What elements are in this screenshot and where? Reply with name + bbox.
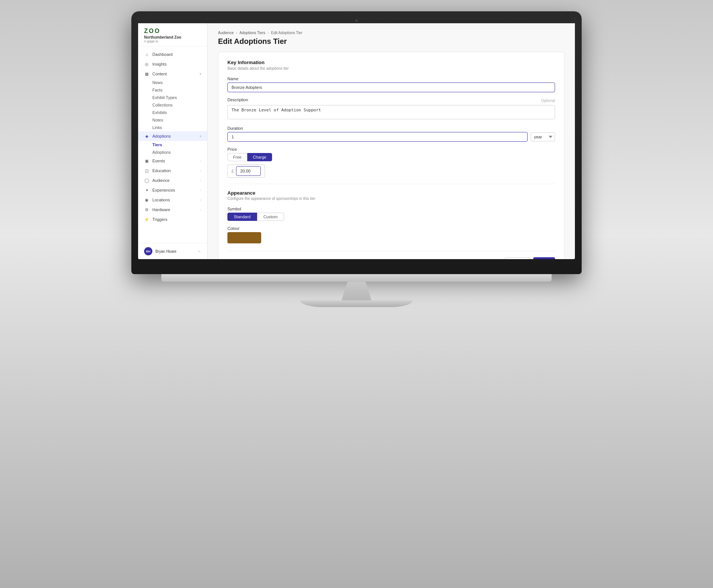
sidebar-subitem-tiers[interactable]: Tiers [138,141,207,148]
audience-icon: ◯ [144,178,149,183]
currency-symbol: £ [232,169,234,173]
logo-zoo: ZOO [144,28,201,34]
monitor-neck [341,282,372,300]
form-card: Key Information Basic details about the … [218,52,564,259]
education-icon: ◫ [144,168,149,173]
sidebar-item-locations[interactable]: ◉ Locations › [138,195,207,205]
price-label: Price [227,147,555,152]
camera-dot [355,20,358,22]
breadcrumb-adoptions-tiers[interactable]: Adoptions Tiers [239,31,265,35]
description-field-group: Description Optional The Bronze Level of… [227,98,555,121]
monitor-base [300,300,413,307]
breadcrumb-sep-1: › [236,31,237,35]
sidebar: ZOO Northumberland Zoo n-gage.io ⌂ Dashb… [138,23,208,259]
symbol-toggle: Standard Custom [227,213,555,221]
price-field-group: Price Free Charge £ [227,147,555,178]
chevron-down-icon: ▾ [200,72,201,76]
save-button[interactable]: Save [533,257,555,259]
chevron-down-icon: › [200,169,201,172]
breadcrumb: Audience › Adoptions Tiers › Edit Adopti… [218,31,564,35]
description-field-row: Description Optional [227,98,555,104]
sidebar-item-label: Dashboard [152,52,173,57]
sidebar-item-hardware[interactable]: ⚙ Hardware › [138,205,207,214]
sidebar-item-insights[interactable]: ◎ Insights [138,59,207,69]
sidebar-item-label: Experiences [152,188,175,192]
sidebar-item-audience[interactable]: ◯ Audience › [138,176,207,185]
sidebar-subitem-adoptions-list[interactable]: Adoptions [138,148,207,156]
colour-label: Colour [227,226,555,231]
home-icon: ⌂ [144,52,149,57]
sidebar-item-triggers[interactable]: ⚡ Triggers [138,214,207,224]
sidebar-item-label: Education [152,168,171,173]
chevron-down-icon: › [200,159,201,163]
sidebar-item-label: Content [152,72,167,76]
sidebar-item-content[interactable]: ▦ Content ▾ [138,69,207,79]
sidebar-subitem-collections[interactable]: Collections [138,101,207,109]
sidebar-item-dashboard[interactable]: ⌂ Dashboard [138,50,207,59]
appearance-desc: Configure the appearance of sponsorships… [227,196,555,201]
symbol-field-group: Symbol Standard Custom [227,207,555,221]
symbol-custom-button[interactable]: Custom [257,213,284,221]
logo-sub: n-gage.io [144,39,201,43]
insights-icon: ◎ [144,62,149,67]
description-label: Description [227,98,248,102]
duration-value-input[interactable] [227,132,528,142]
chevron-down-icon: ▾ [200,135,201,138]
description-optional: Optional [541,99,555,103]
price-toggle: Free Charge [227,153,555,161]
price-charge-button[interactable]: Charge [247,153,272,161]
key-info-desc: Basic details about the adoptions tier [227,66,555,70]
user-name: Bryan Hoare [155,249,194,254]
appearance-section: Appearance Configure the appearance of s… [227,190,555,243]
card-actions: Cancel Save [227,251,555,259]
name-field-group: Name [227,76,555,92]
sidebar-subitem-exhibit-types[interactable]: Exhibit Types [138,94,207,101]
name-label: Name [227,76,555,81]
sidebar-subitem-news[interactable]: News [138,79,207,86]
hardware-icon: ⚙ [144,207,149,212]
sidebar-subitem-exhibits[interactable]: Exhibits [138,109,207,116]
duration-row: day week month year [227,132,555,142]
breadcrumb-current: Edit Adoptions Tier [271,31,302,35]
colour-swatch[interactable] [227,232,261,243]
sidebar-logo: ZOO Northumberland Zoo n-gage.io [138,23,207,46]
chevron-down-icon: › [200,189,201,192]
duration-label: Duration [227,126,555,130]
location-icon: ◉ [144,197,149,202]
sidebar-item-adoptions[interactable]: ◈ Adoptions ▾ [138,131,207,141]
price-value-input[interactable] [236,166,261,176]
sidebar-item-experiences[interactable]: ✦ Experiences › [138,185,207,195]
logout-icon[interactable]: → [197,249,201,254]
name-input[interactable] [227,82,555,92]
sidebar-item-label: Hardware [152,207,170,212]
sidebar-subitem-notes[interactable]: Notes [138,116,207,124]
price-input-wrap: £ [227,164,265,178]
symbol-standard-button[interactable]: Standard [227,213,257,221]
events-icon: ▣ [144,158,149,164]
sidebar-item-education[interactable]: ◫ Education › [138,166,207,176]
description-input[interactable]: The Bronze Level of Adoption Support [227,105,555,119]
page-title: Edit Adoptions Tier [218,37,564,46]
duration-field-group: Duration day week month year [227,126,555,142]
appearance-title: Appearance [227,190,555,196]
logo-org-name: Northumberland Zoo [144,35,201,39]
cancel-button[interactable]: Cancel [505,257,530,259]
colour-field-group: Colour [227,226,555,243]
duration-unit-select[interactable]: day week month year [531,132,555,141]
chevron-down-icon: › [200,198,201,202]
sidebar-subitem-facts[interactable]: Facts [138,86,207,94]
sidebar-item-label: Adoptions [152,134,171,138]
content-icon: ▦ [144,71,149,76]
symbol-label: Symbol [227,207,555,211]
divider [227,184,555,184]
chevron-down-icon: › [200,208,201,212]
sidebar-subitem-links[interactable]: Links [138,124,207,131]
sidebar-footer: BH Bryan Hoare → [138,243,207,259]
sidebar-nav: ⌂ Dashboard ◎ Insights ▦ Content ▾ News [138,46,207,243]
sidebar-item-events[interactable]: ▣ Events › [138,156,207,166]
sidebar-item-label: Triggers [152,217,167,222]
sidebar-item-label: Audience [152,178,170,183]
breadcrumb-audience[interactable]: Audience [218,31,234,35]
chevron-down-icon: › [200,179,201,182]
price-free-button[interactable]: Free [227,153,247,161]
